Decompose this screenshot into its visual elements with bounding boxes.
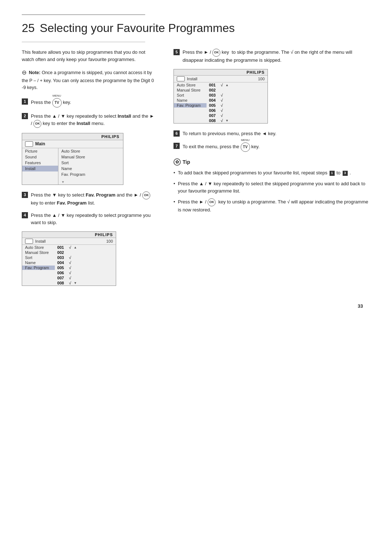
install-prog-box-2: PHILIPS Install 100 Auto Store 001 √ ▲ M… <box>173 69 268 124</box>
ip-row-1-5: Fav. Program 005 √ <box>22 265 116 270</box>
ip-num-004-2: 004 <box>207 98 218 102</box>
ip-scroll-top-2: ▲ <box>225 83 231 87</box>
ip-row-1-8: 008 √ ▼ <box>22 280 116 286</box>
philips-brand-2: PHILIPS <box>246 70 265 74</box>
pane-right-favprogram: Fav. Program <box>58 171 123 177</box>
tip-bullet-1: To add back the skipped programmes to yo… <box>173 169 370 177</box>
ip-check-001-1: √ <box>66 245 74 250</box>
ip-row-2-2: Manual Store 002 <box>174 88 268 93</box>
ip-check-005-2: √ <box>218 103 225 108</box>
tip-section: ✿ Tip To add back the skipped programmes… <box>173 158 370 214</box>
tip-icon: ✿ <box>173 158 181 166</box>
ip-check-008-2: √ <box>218 118 225 123</box>
ip-row-2-1: Auto Store 001 √ ▲ <box>174 82 268 88</box>
ip-num-004-1: 004 <box>55 260 66 265</box>
ip-row-1-3: Sort 003 √ <box>22 255 116 260</box>
page-title: 25Selecting your Favourite Programmes <box>22 21 370 35</box>
ip-install-label-2: Install <box>187 77 258 81</box>
ip-num-001-1: 001 <box>55 245 66 250</box>
tv-button-step7: MENUTV <box>241 142 250 152</box>
ip-check-003-1: √ <box>66 255 74 260</box>
tv-button-step1: MENUTV <box>52 98 62 108</box>
ip-check-004-1: √ <box>66 260 74 265</box>
step-6: 6 To return to previous menu, press the … <box>173 130 370 137</box>
pane-right-manualstore: Manual Store <box>58 154 123 160</box>
ip-install-row-2: Install 100 <box>174 76 268 82</box>
install-prog-box-1: PHILIPS Install 100 Auto Store 001 √ ▲ M… <box>22 231 116 286</box>
step-7-num: 7 <box>173 143 180 149</box>
pane-right-scroll: ▼ <box>58 179 123 185</box>
pane-right-sort: Sort <box>58 160 123 166</box>
ip-check-005-1: √ <box>66 266 74 270</box>
ok-btn-step5: OK <box>212 49 220 57</box>
pane-body: Picture Sound Features Install Auto Stor… <box>22 148 123 185</box>
note-icon: ⊖ <box>22 68 26 77</box>
step-7: 7 To exit the menu, press the MENUTV key… <box>173 142 370 152</box>
ip-num-002-2: 002 <box>207 88 218 92</box>
ip-label-manualstore-2: Manual Store <box>174 88 207 92</box>
section-rule <box>22 42 145 42</box>
ip-num-007-1: 007 <box>55 276 66 280</box>
ip-check-001-2: √ <box>218 83 225 87</box>
pane-right-name: Name <box>58 166 123 171</box>
ip-scroll-bottom-1: ▼ <box>74 281 79 285</box>
ip-label-name-1: Name <box>22 260 55 265</box>
ip-row-1-2: Manual Store 002 <box>22 250 116 255</box>
ip-row-2-5: Fav. Program 005 √ <box>174 103 268 108</box>
tip-bullet-2: Press the ▲ / ▼ key repeatedly to select… <box>173 180 370 195</box>
step-2-text: Press the ▲ / ▼ key repeatedly to select… <box>31 113 156 128</box>
ip-num-007-2: 007 <box>207 113 218 118</box>
tip-bullet-3: Press the ► / OK key to unskip a program… <box>173 198 370 214</box>
step-1-text: Press the MENUTV key. <box>31 98 71 108</box>
right-column: 5 Press the ► / OK key to skip the progr… <box>173 49 370 292</box>
ip-header-1: PHILIPS <box>22 232 116 238</box>
step-badge-3: 3 <box>343 171 348 176</box>
main-row: Main <box>22 140 123 148</box>
ip-num-008-2: 008 <box>207 118 218 123</box>
ip-label-fav-1: Fav. Program <box>22 266 55 270</box>
ip-row-2-7: 007 √ <box>174 113 268 118</box>
ip-header-2: PHILIPS <box>174 69 268 76</box>
step-3-text: Press the ▼ key to select Fav. Program a… <box>31 191 156 207</box>
ip-check-004-2: √ <box>218 98 225 102</box>
pane-left-features: Features <box>22 160 58 166</box>
ip-row-1-6: 006 √ <box>22 270 116 275</box>
ip-num-006-1: 006 <box>55 271 66 275</box>
monitor-icon <box>25 141 33 147</box>
ip-num-005-1: 005 <box>55 266 66 270</box>
ip-num-002-1: 002 <box>55 250 66 255</box>
step-4-text: Press the ▲ / ▼ key repeatedly to select… <box>31 212 156 226</box>
ip-label-name-2: Name <box>174 98 207 102</box>
ip-row-2-4: Name 004 √ <box>174 98 268 103</box>
step-6-text: To return to previous menu, press the ◄ … <box>183 130 276 137</box>
ip-row-1-1: Auto Store 001 √ ▲ <box>22 245 116 250</box>
ip-scroll-bottom-2: ▼ <box>225 119 231 122</box>
step-5: 5 Press the ► / OK key to skip the progr… <box>173 49 370 64</box>
ip-install-val-2: 100 <box>258 77 265 81</box>
philips-brand-main: PHILIPS <box>101 134 119 139</box>
ip-label-sort-1: Sort <box>22 255 55 260</box>
left-column: This feature allows you to skip programm… <box>22 49 156 292</box>
pane-right-autostore: Auto Store <box>58 148 123 154</box>
ip-label-sort-2: Sort <box>174 93 207 97</box>
pane-left-install: Install <box>22 166 58 171</box>
ip-num-003-1: 003 <box>55 255 66 260</box>
step-1: 1 Press the MENUTV key. <box>22 98 156 108</box>
ip-check-008-1: √ <box>66 281 74 285</box>
ip-num-001-2: 001 <box>207 83 218 87</box>
ip-check-006-2: √ <box>218 108 225 113</box>
ok-btn-tip: OK <box>208 198 216 206</box>
pane-left-blank3 <box>22 174 58 176</box>
ip-num-003-2: 003 <box>207 93 218 97</box>
ip-label-manualstore-1: Manual Store <box>22 250 55 255</box>
step-4-num: 4 <box>22 212 28 218</box>
main-label: Main <box>35 141 45 146</box>
step-badge-1: 1 <box>330 171 335 176</box>
ip-check-007-2: √ <box>218 113 225 118</box>
top-rule <box>22 15 145 15</box>
step-1-num: 1 <box>22 98 28 105</box>
tip-header: ✿ Tip <box>173 158 370 166</box>
step-3: 3 Press the ▼ key to select Fav. Program… <box>22 191 156 207</box>
tip-label: Tip <box>183 159 190 165</box>
ip-label-fav-2: Fav. Program <box>174 103 207 108</box>
